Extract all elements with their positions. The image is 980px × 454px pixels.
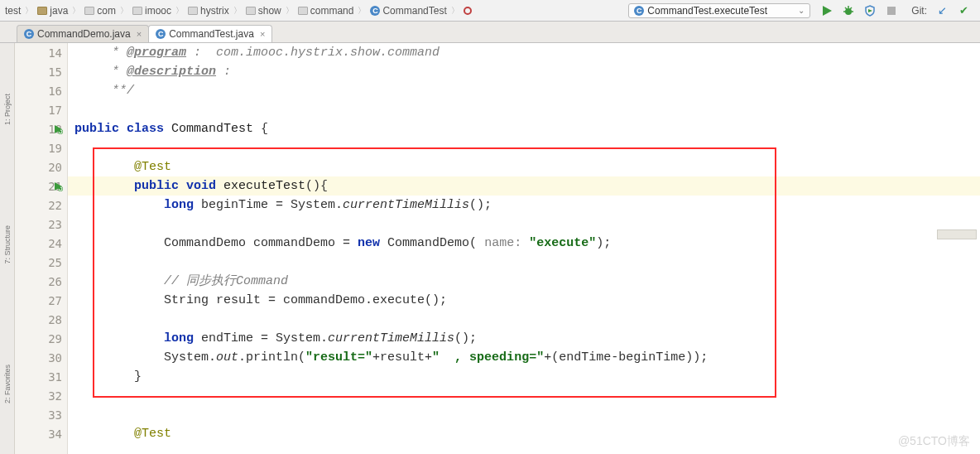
line-number: 30 <box>15 348 67 367</box>
line-number: 15 <box>15 62 67 81</box>
run-gutter-icon[interactable] <box>53 124 63 134</box>
line-number: 17 <box>15 100 67 119</box>
tab-label: CommandDemo.java <box>37 28 131 40</box>
svg-rect-8 <box>887 7 896 15</box>
annotation-marker <box>937 229 977 239</box>
line-number: 26 <box>15 272 67 291</box>
debug-icon[interactable] <box>842 4 855 17</box>
crumb-method[interactable] <box>462 5 473 17</box>
line-number: 29 <box>15 329 67 348</box>
crumb-imooc[interactable]: imooc <box>131 3 173 18</box>
package-icon <box>298 7 308 15</box>
chevron-right-icon: 〉 <box>450 5 460 17</box>
line-number: 31 <box>15 367 67 386</box>
class-icon: C <box>634 6 644 16</box>
toolbar-actions: Git: ↙ ✔ <box>814 4 977 17</box>
chevron-right-icon: 〉 <box>119 5 129 17</box>
run-config-label: CommandTest.executeTest <box>647 5 767 17</box>
chevron-right-icon: 〉 <box>71 5 81 17</box>
line-number: 20 <box>15 157 67 176</box>
svg-line-6 <box>850 7 852 9</box>
tab-commandtest[interactable]: C CommandTest.java × <box>148 25 272 42</box>
crumb-com[interactable]: com <box>83 3 118 18</box>
crumb-class[interactable]: CCommandTest <box>368 3 448 18</box>
package-icon <box>84 7 94 15</box>
chevron-right-icon: 〉 <box>175 5 185 17</box>
line-number: 34 <box>15 424 67 443</box>
git-update-icon[interactable]: ↙ <box>935 4 949 17</box>
coverage-icon[interactable] <box>863 4 877 17</box>
chevron-right-icon: 〉 <box>285 5 295 17</box>
chevron-right-icon: 〉 <box>233 5 243 17</box>
git-commit-icon[interactable]: ✔ <box>957 4 970 17</box>
line-number: 25 <box>15 253 67 272</box>
crumb-hystrix[interactable]: hystrix <box>186 3 231 18</box>
line-number: 32 <box>15 386 67 405</box>
tool-window-bar: 1: Project 7: Structure 2: Favorites <box>0 43 15 454</box>
line-number: 14 <box>15 43 67 62</box>
crumb-command[interactable]: command <box>296 3 356 18</box>
editor-area: 1: Project 7: Structure 2: Favorites 141… <box>0 43 980 454</box>
code-editor[interactable]: * @program : com.imooc.hystrix.show.comm… <box>68 43 980 454</box>
chevron-down-icon: ⌄ <box>798 6 805 15</box>
line-number-gutter: 1415161718192021222324252627282930313233… <box>15 43 68 454</box>
close-icon[interactable]: × <box>260 29 265 39</box>
chevron-right-icon: 〉 <box>357 5 367 17</box>
close-icon[interactable]: × <box>137 29 142 39</box>
line-number: 19 <box>15 138 67 157</box>
line-number: 18 <box>15 119 67 138</box>
stop-icon[interactable] <box>885 4 898 17</box>
svg-marker-7 <box>868 9 872 12</box>
line-number: 23 <box>15 215 67 234</box>
crumb-show[interactable]: show <box>244 3 283 18</box>
svg-line-5 <box>845 7 847 9</box>
package-icon <box>246 7 256 15</box>
chevron-right-icon: 〉 <box>24 5 34 17</box>
line-number: 24 <box>15 234 67 253</box>
tool-structure[interactable]: 7: Structure <box>3 219 12 271</box>
class-icon: C <box>370 6 380 16</box>
line-number: 16 <box>15 81 67 100</box>
tool-project[interactable]: 1: Project <box>3 87 12 132</box>
crumb-test[interactable]: test <box>3 3 22 18</box>
tab-commanddemo[interactable]: C CommandDemo.java × <box>17 25 149 42</box>
editor-tabs: C CommandDemo.java × C CommandTest.java … <box>0 22 980 43</box>
package-icon <box>132 7 142 15</box>
line-number: 33 <box>15 405 67 424</box>
run-gutter-icon[interactable] <box>53 181 63 191</box>
class-icon: C <box>156 29 166 39</box>
tab-label: CommandTest.java <box>169 28 254 40</box>
run-icon[interactable] <box>820 4 833 17</box>
watermark: @51CTO博客 <box>898 434 970 449</box>
package-icon <box>188 7 198 15</box>
git-label: Git: <box>911 5 927 17</box>
line-number: 21 <box>15 176 67 196</box>
class-icon: C <box>24 29 34 39</box>
line-number: 22 <box>15 196 67 215</box>
top-toolbar: test〉 java〉 com〉 imooc〉 hystrix〉 show〉 c… <box>0 0 980 22</box>
method-icon <box>464 7 472 15</box>
run-configuration-dropdown[interactable]: C CommandTest.executeTest ⌄ <box>628 3 810 18</box>
line-number: 27 <box>15 291 67 310</box>
crumb-java[interactable]: java <box>36 3 70 18</box>
folder-icon <box>37 7 47 15</box>
line-number: 28 <box>15 310 67 329</box>
breadcrumb: test〉 java〉 com〉 imooc〉 hystrix〉 show〉 c… <box>3 3 625 18</box>
svg-marker-0 <box>823 6 832 16</box>
tool-favorites[interactable]: 2: Favorites <box>3 358 12 410</box>
